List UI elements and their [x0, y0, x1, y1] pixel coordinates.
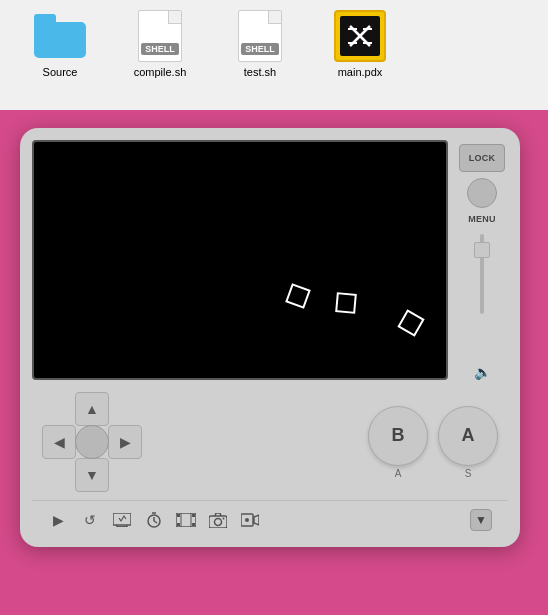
- volume-thumb: [474, 242, 490, 258]
- icon-compile-label: compile.sh: [134, 66, 187, 79]
- pdx-svg: [345, 21, 375, 51]
- action-buttons: B A A S: [368, 406, 498, 479]
- screen-area: LOCK MENU 🔈: [32, 140, 508, 380]
- shell-icon-test: SHELL: [238, 10, 282, 62]
- svg-point-30: [245, 518, 249, 522]
- volume-slider[interactable]: [474, 234, 490, 350]
- svg-rect-19: [177, 514, 180, 517]
- film-button[interactable]: [176, 510, 196, 530]
- svg-rect-7: [336, 293, 356, 313]
- svg-rect-22: [192, 523, 195, 526]
- a-sub-label: S: [465, 468, 472, 479]
- svg-rect-21: [192, 514, 195, 517]
- menu-button[interactable]: [467, 178, 497, 208]
- icon-test-label: test.sh: [244, 66, 276, 79]
- toolbar-icons: ▶ ↺: [48, 510, 260, 530]
- record-icon: [241, 513, 259, 527]
- b-sub-label: A: [395, 468, 402, 479]
- simulator: LOCK MENU 🔈 ▲ ▼ ◀ ▶: [20, 128, 520, 547]
- svg-rect-20: [177, 523, 180, 526]
- pdx-icon: [334, 10, 386, 62]
- desktop-icons: Source SHELL compile.sh SHELL test.sh: [0, 0, 548, 89]
- play-button[interactable]: ▶: [48, 510, 68, 530]
- lock-button[interactable]: LOCK: [459, 144, 505, 172]
- svg-rect-8: [399, 311, 424, 336]
- folder-icon: [34, 14, 86, 58]
- svg-line-16: [154, 521, 157, 523]
- icon-source-label: Source: [43, 66, 78, 79]
- screen-button[interactable]: [112, 510, 132, 530]
- controls-row: ▲ ▼ ◀ ▶ B A: [32, 392, 508, 492]
- a-button[interactable]: A: [438, 406, 498, 466]
- svg-rect-6: [286, 284, 309, 307]
- refresh-button[interactable]: ↺: [80, 510, 100, 530]
- dpad: ▲ ▼ ◀ ▶: [42, 392, 142, 492]
- icon-compile[interactable]: SHELL compile.sh: [120, 10, 200, 79]
- record-button[interactable]: [240, 510, 260, 530]
- dpad-left[interactable]: ◀: [42, 425, 76, 459]
- icon-mainpdx[interactable]: main.pdx: [320, 10, 400, 79]
- a-button-group: A S: [438, 406, 498, 479]
- b-button[interactable]: B: [368, 406, 428, 466]
- lock-label: LOCK: [469, 153, 496, 163]
- toolbar-right: ▼: [470, 509, 492, 531]
- screen-svg: [34, 142, 446, 378]
- bottom-toolbar: ▶ ↺: [32, 500, 508, 535]
- icon-source[interactable]: Source: [20, 10, 100, 79]
- timer-button[interactable]: [144, 510, 164, 530]
- svg-point-27: [223, 517, 225, 519]
- dpad-up[interactable]: ▲: [75, 392, 109, 426]
- icon-mainpdx-label: main.pdx: [338, 66, 383, 79]
- side-controls: LOCK MENU 🔈: [456, 140, 508, 380]
- timer-icon: [146, 512, 162, 528]
- dpad-right[interactable]: ▶: [108, 425, 142, 459]
- dpad-center: [75, 425, 109, 459]
- film-icon: [176, 513, 196, 527]
- dpad-down[interactable]: ▼: [75, 458, 109, 492]
- volume-icon: 🔈: [474, 364, 491, 380]
- simulator-screen: [32, 140, 448, 380]
- icon-test[interactable]: SHELL test.sh: [220, 10, 300, 79]
- shell-icon-compile: SHELL: [138, 10, 182, 62]
- menu-label: MENU: [468, 214, 496, 224]
- chevron-button[interactable]: ▼: [470, 509, 492, 531]
- camera-icon: [209, 513, 227, 528]
- svg-marker-29: [254, 515, 259, 525]
- camera-button[interactable]: [208, 510, 228, 530]
- b-button-group: B A: [368, 406, 428, 479]
- screen-icon: [113, 513, 131, 527]
- svg-point-26: [215, 518, 222, 525]
